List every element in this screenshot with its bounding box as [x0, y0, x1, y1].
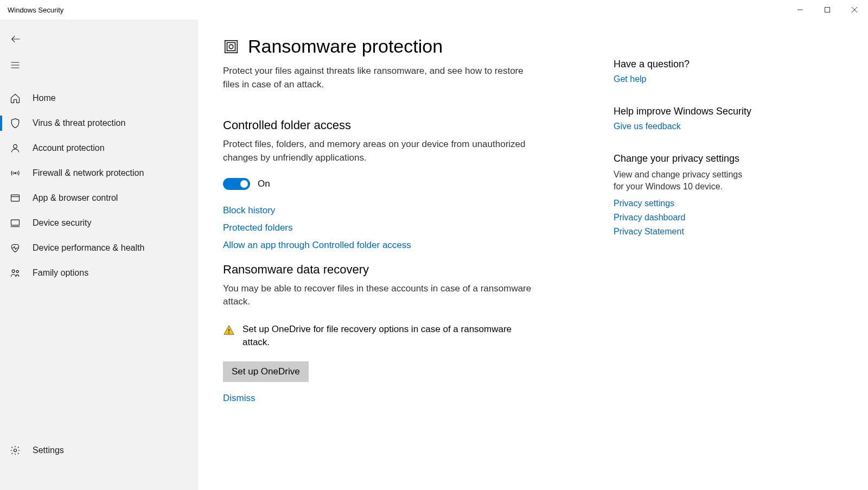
dismiss-link[interactable]: Dismiss — [223, 393, 256, 404]
setup-onedrive-button[interactable]: Set up OneDrive — [223, 361, 309, 382]
right-aside: Have a question? Get help Help improve W… — [581, 36, 776, 490]
app-icon — [10, 193, 21, 203]
warning-icon — [223, 324, 235, 336]
back-button[interactable] — [0, 26, 30, 52]
sidebar-item-home[interactable]: Home — [0, 86, 198, 111]
svg-point-8 — [15, 173, 16, 174]
recovery-description: You may be able to recover files in thes… — [223, 282, 532, 309]
link-privacy-dashboard[interactable]: Privacy dashboard — [614, 213, 686, 222]
aside-question-title: Have a question? — [614, 59, 776, 70]
window-controls — [787, 0, 868, 20]
page-title: Ransomware protection — [248, 36, 443, 57]
sidebar-item-label: Settings — [33, 446, 64, 455]
svg-rect-9 — [11, 195, 20, 201]
recovery-title: Ransomware data recovery — [223, 263, 581, 277]
onedrive-notice: Set up OneDrive for file recovery option… — [242, 323, 525, 349]
close-button[interactable] — [841, 0, 868, 20]
svg-point-14 — [16, 270, 18, 272]
svg-point-18 — [229, 44, 233, 49]
sidebar-item-app-browser[interactable]: App & browser control — [0, 186, 198, 211]
maximize-button[interactable] — [814, 0, 841, 20]
sidebar-item-label: Device security — [33, 218, 91, 228]
sidebar-item-performance[interactable]: Device performance & health — [0, 236, 198, 260]
cfa-description: Protect files, folders, and memory areas… — [223, 138, 532, 164]
svg-point-13 — [12, 270, 15, 272]
hamburger-button[interactable] — [0, 52, 30, 78]
aside-privacy-title: Change your privacy settings — [614, 153, 776, 164]
shield-icon — [10, 118, 21, 129]
sidebar-item-label: Account protection — [33, 143, 105, 153]
cfa-toggle-label: On — [258, 179, 270, 189]
sidebar-item-account[interactable]: Account protection — [0, 136, 198, 161]
aside-privacy-desc: View and change privacy settings for you… — [614, 169, 755, 193]
sidebar-item-label: Virus & threat protection — [33, 118, 125, 128]
gear-icon — [10, 445, 21, 456]
main-content: Ransomware protection Protect your files… — [198, 20, 868, 490]
minimize-button[interactable] — [787, 0, 814, 20]
link-protected-folders[interactable]: Protected folders — [223, 222, 293, 233]
sidebar-item-label: Home — [33, 93, 56, 103]
link-privacy-settings[interactable]: Privacy settings — [614, 199, 674, 208]
sidebar-item-device-security[interactable]: Device security — [0, 211, 198, 236]
sidebar-item-family[interactable]: Family options — [0, 260, 198, 285]
sidebar: Home Virus & threat protection Account p… — [0, 20, 198, 490]
svg-point-20 — [228, 332, 229, 333]
heart-icon — [10, 243, 21, 253]
svg-point-15 — [14, 449, 17, 452]
link-feedback[interactable]: Give us feedback — [614, 122, 681, 131]
device-icon — [10, 218, 21, 228]
link-allow-app[interactable]: Allow an app through Controlled folder a… — [223, 240, 411, 251]
sidebar-item-settings[interactable]: Settings — [0, 438, 198, 463]
page-description: Protect your files against threats like … — [223, 65, 527, 91]
sidebar-item-label: Firewall & network protection — [33, 168, 144, 178]
svg-rect-11 — [11, 220, 20, 225]
window-title: Windows Security — [8, 6, 63, 14]
sidebar-item-label: App & browser control — [33, 193, 118, 203]
aside-improve-title: Help improve Windows Security — [614, 106, 776, 117]
cfa-toggle[interactable] — [223, 178, 250, 190]
sidebar-item-label: Family options — [33, 268, 88, 278]
sidebar-item-virus[interactable]: Virus & threat protection — [0, 111, 198, 136]
link-get-help[interactable]: Get help — [614, 74, 646, 84]
ransomware-icon — [223, 39, 239, 55]
svg-rect-1 — [825, 8, 830, 12]
sidebar-item-firewall[interactable]: Firewall & network protection — [0, 161, 198, 186]
sidebar-item-label: Device performance & health — [33, 243, 144, 253]
home-icon — [10, 93, 21, 104]
link-privacy-statement[interactable]: Privacy Statement — [614, 227, 684, 237]
link-block-history[interactable]: Block history — [223, 205, 275, 216]
cfa-title: Controlled folder access — [223, 118, 581, 132]
person-icon — [10, 143, 21, 154]
svg-point-7 — [14, 144, 17, 148]
titlebar: Windows Security — [0, 0, 868, 20]
family-icon — [10, 268, 21, 278]
signal-icon — [10, 168, 21, 179]
svg-rect-17 — [227, 42, 235, 50]
